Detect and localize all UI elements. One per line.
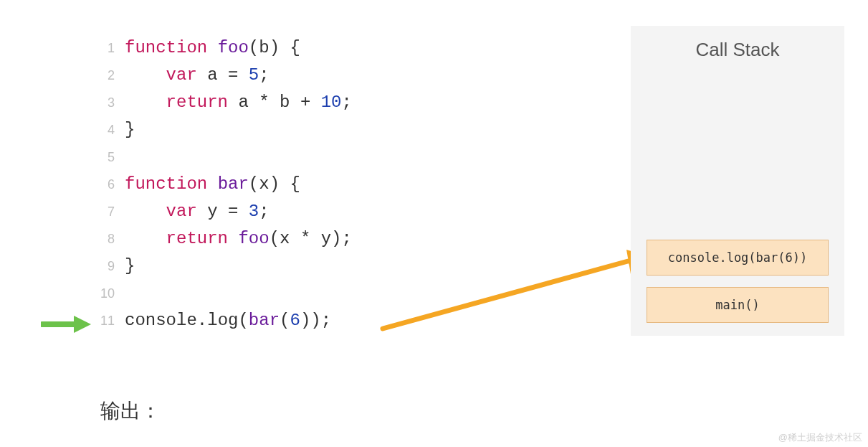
code-line: 4} bbox=[93, 116, 352, 143]
code-text: function bar(x) { bbox=[125, 171, 300, 198]
line-number: 11 bbox=[93, 307, 125, 334]
code-text: return a * b + 10; bbox=[125, 89, 352, 116]
line-number: 5 bbox=[93, 143, 125, 171]
stack-frame-top: console.log(bar(6)) bbox=[647, 240, 829, 276]
line-number: 6 bbox=[93, 171, 125, 198]
code-text: return foo(x * y); bbox=[125, 225, 352, 253]
svg-line-2 bbox=[383, 261, 628, 329]
code-line: 9} bbox=[93, 253, 352, 280]
line-number: 4 bbox=[93, 116, 125, 143]
code-line: 5 bbox=[93, 143, 352, 171]
line-number: 7 bbox=[93, 198, 125, 225]
line-number: 3 bbox=[93, 89, 125, 116]
code-line: 10 bbox=[93, 280, 352, 307]
code-text: function foo(b) { bbox=[125, 34, 300, 62]
code-line: 11console.log(bar(6)); bbox=[93, 307, 352, 334]
stack-frame-bottom: main() bbox=[647, 287, 829, 323]
call-stack-panel: Call Stack console.log(bar(6)) main() bbox=[631, 26, 844, 336]
watermark: @稀土掘金技术社区 bbox=[778, 431, 862, 444]
push-to-stack-arrow-icon bbox=[378, 250, 651, 336]
call-stack-title: Call Stack bbox=[695, 39, 779, 61]
svg-marker-1 bbox=[74, 316, 91, 333]
code-line: 6function bar(x) { bbox=[93, 171, 352, 198]
line-number: 1 bbox=[93, 34, 125, 62]
line-number: 9 bbox=[93, 253, 125, 280]
current-line-arrow-icon bbox=[41, 314, 91, 334]
code-text: var y = 3; bbox=[125, 198, 270, 225]
code-block: 1function foo(b) {2 var a = 5;3 return a… bbox=[93, 34, 352, 334]
code-line: 8 return foo(x * y); bbox=[93, 225, 352, 253]
code-text: var a = 5; bbox=[125, 62, 270, 89]
code-text: } bbox=[125, 253, 135, 280]
code-line: 2 var a = 5; bbox=[93, 62, 352, 89]
code-line: 1function foo(b) { bbox=[93, 34, 352, 62]
line-number: 10 bbox=[93, 280, 125, 307]
code-line: 3 return a * b + 10; bbox=[93, 89, 352, 116]
output-label: 输出： bbox=[100, 397, 161, 425]
code-text: } bbox=[125, 116, 135, 143]
line-number: 2 bbox=[93, 62, 125, 89]
code-line: 7 var y = 3; bbox=[93, 198, 352, 225]
code-text: console.log(bar(6)); bbox=[125, 307, 331, 334]
line-number: 8 bbox=[93, 225, 125, 253]
